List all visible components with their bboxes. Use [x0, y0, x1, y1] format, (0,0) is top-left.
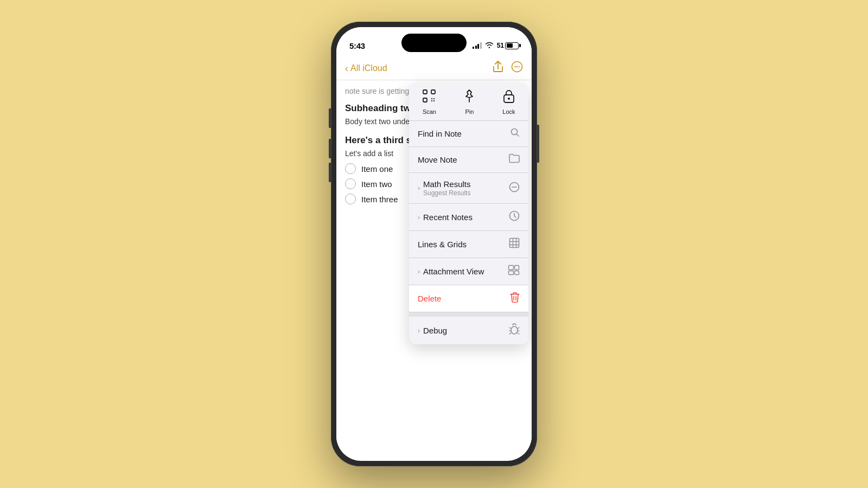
toolbar-lock[interactable]: Lock	[502, 89, 515, 115]
signal-icon	[473, 42, 482, 49]
dropdown-menu: Scan Pin	[409, 84, 528, 344]
menu-item-find-in-note-left: Find in Note	[418, 129, 462, 138]
svg-rect-23	[515, 271, 519, 275]
toolbar-scan[interactable]: Scan	[422, 89, 436, 115]
menu-item-debug[interactable]: › Debug	[409, 317, 528, 344]
phone-screen: 5:43 51	[336, 27, 532, 461]
checklist-label-3: Item three	[361, 195, 398, 204]
math-icon	[509, 182, 520, 195]
checkbox-2[interactable]	[345, 178, 356, 189]
trash-icon	[510, 292, 520, 305]
checklist-label-1: Item one	[361, 164, 393, 174]
dynamic-island	[401, 34, 467, 52]
menu-item-move-note-left: Move Note	[418, 155, 457, 164]
folder-icon	[509, 153, 520, 166]
status-right: 51	[473, 42, 519, 50]
lock-label: Lock	[502, 108, 515, 115]
status-time: 5:43	[349, 41, 365, 50]
attachment-view-chevron: ›	[418, 268, 420, 275]
back-label: All iCloud	[350, 63, 387, 73]
battery-indicator: 51	[497, 42, 519, 49]
debug-chevron: ›	[418, 327, 420, 335]
svg-point-26	[511, 326, 518, 334]
menu-text-debug: Debug	[423, 326, 447, 335]
menu-text-lines-grids: Lines & Grids	[418, 240, 467, 249]
menu-item-recent-notes[interactable]: › Recent Notes	[409, 204, 528, 231]
battery-percent: 51	[497, 42, 504, 49]
menu-toolbar: Scan Pin	[409, 84, 528, 121]
menu-item-move-note[interactable]: Move Note	[409, 147, 528, 173]
phone-shell: 5:43 51	[331, 22, 537, 466]
bug-icon	[509, 323, 520, 338]
menu-item-find-in-note[interactable]: Find in Note	[409, 121, 528, 147]
more-button[interactable]	[511, 61, 523, 75]
svg-point-3	[518, 66, 519, 67]
grid-icon	[509, 237, 520, 251]
checkbox-3[interactable]	[345, 194, 356, 204]
menu-item-delete-left: Delete	[418, 294, 441, 303]
menu-subtext-math-results: Suggest Results	[423, 189, 471, 197]
battery-fill	[507, 43, 513, 48]
toolbar-pin[interactable]: Pin	[463, 89, 476, 115]
checklist-label-2: Item two	[361, 179, 392, 189]
svg-rect-5	[431, 90, 435, 94]
menu-text-attachment-view: Attachment View	[423, 267, 484, 276]
menu-item-delete[interactable]: Delete	[409, 285, 528, 312]
pin-icon	[463, 89, 476, 106]
share-button[interactable]	[493, 61, 503, 75]
svg-line-32	[518, 333, 519, 334]
phone-content: ‹ All iCloud	[336, 56, 532, 461]
menu-text-math-results: Math Results	[423, 179, 471, 189]
menu-item-attachment-view-left: › Attachment View	[418, 267, 484, 276]
menu-text-move-note: Move Note	[418, 155, 457, 164]
menu-item-lines-grids[interactable]: Lines & Grids	[409, 231, 528, 258]
svg-line-28	[518, 328, 519, 329]
menu-text-find-in-note: Find in Note	[418, 129, 462, 138]
svg-rect-21	[515, 266, 519, 270]
pin-label: Pin	[465, 108, 474, 115]
svg-rect-15	[510, 239, 519, 248]
svg-line-27	[509, 328, 511, 329]
clock-icon	[509, 210, 520, 224]
menu-separator	[409, 312, 528, 317]
svg-rect-20	[509, 266, 514, 270]
math-results-text-group: Math Results Suggest Results	[423, 179, 471, 197]
recent-notes-chevron: ›	[418, 214, 420, 221]
menu-text-recent-notes: Recent Notes	[423, 213, 473, 222]
header-actions	[493, 61, 523, 75]
menu-text-delete: Delete	[418, 294, 441, 303]
svg-point-9	[508, 98, 510, 100]
svg-rect-22	[509, 271, 514, 275]
menu-item-attachment-view[interactable]: › Attachment View	[409, 258, 528, 285]
svg-rect-4	[423, 90, 427, 94]
scan-icon	[422, 89, 436, 106]
wifi-icon	[485, 42, 494, 50]
svg-point-2	[516, 66, 518, 67]
scan-label: Scan	[423, 108, 436, 115]
search-icon	[510, 127, 520, 140]
svg-line-11	[516, 134, 519, 136]
back-chevron-icon: ‹	[345, 63, 348, 73]
battery-icon	[505, 42, 519, 49]
back-button[interactable]: ‹ All iCloud	[345, 63, 387, 73]
menu-item-recent-notes-left: › Recent Notes	[418, 213, 473, 222]
math-results-chevron: ›	[418, 184, 420, 192]
checkbox-1[interactable]	[345, 163, 356, 174]
notes-header: ‹ All iCloud	[336, 56, 532, 80]
attachment-icon	[508, 265, 520, 278]
svg-point-1	[514, 66, 515, 67]
menu-item-debug-left: › Debug	[418, 326, 447, 335]
svg-rect-6	[423, 98, 427, 102]
menu-item-lines-grids-left: Lines & Grids	[418, 240, 467, 249]
menu-item-math-results-left: › Math Results Suggest Results	[418, 179, 471, 197]
lock-icon	[503, 89, 515, 106]
menu-item-math-results[interactable]: › Math Results Suggest Results	[409, 173, 528, 204]
svg-line-31	[509, 333, 511, 334]
